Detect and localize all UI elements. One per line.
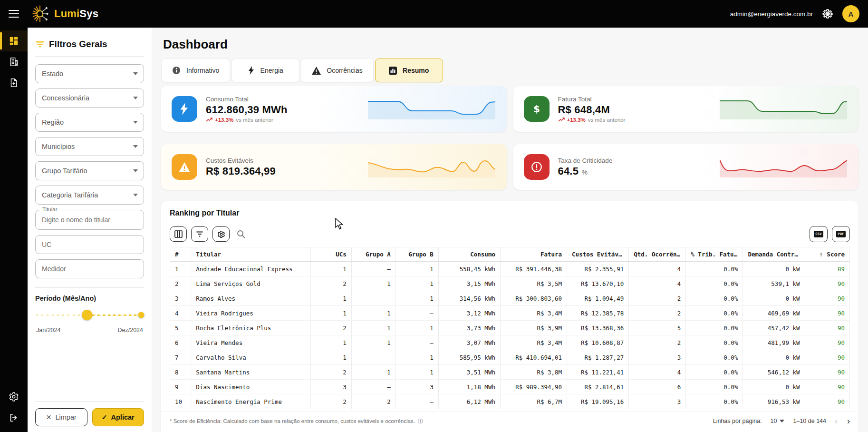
table-row[interactable]: 8Santana Martins2113,51 MWhR$ 3,8MR$ 11.…: [170, 365, 850, 380]
medidor-input[interactable]: [42, 265, 137, 273]
filter-lines-icon: [196, 231, 203, 237]
rows-per-page-label: Linhas por página:: [713, 418, 762, 424]
column-header[interactable]: Consumo: [438, 247, 500, 262]
table-cell: 1: [351, 335, 395, 350]
column-header[interactable]: Grupo B: [395, 247, 438, 262]
table-cell: R$ 1.094,49: [567, 291, 629, 306]
table-cell: 0.0%: [686, 276, 743, 291]
table-cell: 2: [170, 276, 191, 291]
table-row[interactable]: 1Andrade Educacional Express1–1558,45 kW…: [170, 262, 850, 276]
menu-icon[interactable]: [9, 10, 19, 18]
table-cell: 90: [805, 306, 849, 321]
table-cell: 3,12 MWh: [438, 306, 500, 321]
apply-button[interactable]: ✓ Aplicar: [92, 408, 145, 426]
bolt-icon: [248, 66, 255, 75]
column-header[interactable]: #: [170, 247, 191, 262]
search-icon[interactable]: [237, 230, 245, 238]
period-range-slider[interactable]: [36, 310, 142, 320]
column-header[interactable]: Qtd. Ocorrênci…: [629, 247, 686, 262]
table-cell: 558,45 kWh: [438, 262, 500, 276]
kpi-custos-evitaveis: Custos Evitáveis R$ 819.364,99: [161, 144, 507, 190]
column-header-score[interactable]: ↑Score: [805, 247, 849, 262]
rows-per-page-select[interactable]: 10: [771, 418, 785, 424]
clear-button[interactable]: ✕ Limpar: [35, 408, 87, 426]
next-page-button[interactable]: ›: [847, 417, 850, 425]
filter-button[interactable]: [191, 226, 208, 242]
sparkline-fatura: [720, 98, 847, 120]
select-grupo-tarifario[interactable]: Grupo Tarifário: [35, 161, 144, 180]
column-header[interactable]: Demanda Contratada: [743, 247, 805, 262]
logout-icon: [9, 412, 19, 423]
column-header[interactable]: Titular: [191, 247, 311, 262]
select-municipios[interactable]: Municípios: [35, 137, 144, 156]
table-cell: 1: [311, 291, 352, 306]
table-cell: 1: [351, 306, 395, 321]
tab-informativo[interactable]: Informativo: [161, 59, 230, 82]
column-header[interactable]: Fatura: [500, 247, 567, 262]
table-cell: 0.0%: [686, 394, 743, 409]
table-row[interactable]: 5Rocha Eletrônica Plus2113,73 MWhR$ 3,9M…: [170, 321, 850, 335]
check-icon: ✓: [102, 413, 107, 421]
sidebar-item-dashboard[interactable]: [0, 30, 28, 51]
table-cell: Lima Serviços Gold: [191, 276, 311, 291]
table-cell: R$ 3,4M: [500, 335, 567, 350]
titular-input[interactable]: [42, 216, 137, 224]
table-row[interactable]: 10Nascimento Energia Prime22–6,12 MWhR$ …: [170, 394, 850, 409]
table-row[interactable]: 4Vieira Rodrigues11–3,12 MWhR$ 3,4MR$ 12…: [170, 306, 850, 321]
kpi-consumo-total: Consumo Total 612.860,39 MWh +13.3%vs mê…: [161, 86, 507, 132]
table-row[interactable]: 2Lima Serviços Gold2113,15 MWhR$ 3,5MR$ …: [170, 276, 850, 291]
select-categoria-tarifaria[interactable]: Categoria Tarifária: [35, 186, 144, 205]
bar-chart-icon: [389, 67, 397, 75]
sidebar-item-companies[interactable]: [0, 51, 28, 72]
uc-field[interactable]: [35, 235, 144, 254]
columns-button[interactable]: [170, 226, 187, 242]
table-row[interactable]: 7Carvalho Silva1–1585,95 kWhR$ 410.694,0…: [170, 350, 850, 365]
table-cell: 3,51 MWh: [438, 365, 500, 380]
table-cell: 2: [311, 276, 352, 291]
tab-energia[interactable]: Energia: [231, 59, 299, 82]
sidebar-item-logout[interactable]: [0, 407, 28, 428]
table-row[interactable]: 9Dias Nascimento3–31,18 MWhR$ 989.394,90…: [170, 380, 850, 394]
prev-page-button[interactable]: ‹: [835, 417, 838, 425]
column-header[interactable]: Grupo A: [351, 247, 395, 262]
tab-resumo[interactable]: Resumo: [375, 59, 443, 82]
column-header[interactable]: Custos Evitáveis: [567, 247, 629, 262]
table-row[interactable]: 3Ramos Alves1–1314,56 kWhR$ 300.803,60R$…: [170, 291, 850, 306]
table-cell: 3: [170, 291, 191, 306]
ranking-card: Ranking por Titular CSV PDF: [161, 201, 858, 432]
column-header[interactable]: % Trib. Fatura: [686, 247, 743, 262]
column-header[interactable]: UCs: [311, 247, 352, 262]
close-icon: ✕: [46, 413, 52, 421]
info-icon[interactable]: ⓘ: [418, 418, 424, 425]
ranking-table: # Titular UCs Grupo A Grupo B Consumo Fa…: [170, 247, 850, 409]
sidebar-item-settings[interactable]: [0, 386, 28, 407]
settings-icon[interactable]: [821, 8, 834, 20]
select-estado[interactable]: Estado: [35, 64, 144, 83]
table-cell: 1: [311, 262, 352, 276]
sidebar-item-upload[interactable]: [0, 72, 28, 93]
table-settings-button[interactable]: [212, 226, 230, 242]
table-cell: 539,1 kW: [743, 276, 805, 291]
file-upload-icon: [9, 78, 19, 88]
titular-field[interactable]: Titular: [35, 210, 144, 230]
dashboard-icon: [9, 36, 19, 46]
table-cell: Rocha Eletrônica Plus: [191, 321, 311, 335]
uc-input[interactable]: [42, 241, 137, 248]
medidor-field[interactable]: [35, 259, 144, 278]
export-pdf-button[interactable]: PDF: [832, 226, 850, 242]
bolt-icon: [172, 96, 197, 122]
table-cell: Vieira Mendes: [191, 335, 311, 350]
avatar[interactable]: A: [842, 5, 859, 22]
table-cell: 5: [170, 321, 191, 335]
slider-thumb-end[interactable]: [138, 312, 144, 318]
slider-thumb-start[interactable]: [82, 310, 92, 320]
select-regiao[interactable]: Região: [35, 113, 144, 132]
select-concessionaria[interactable]: Concessionária: [35, 88, 144, 108]
table-row[interactable]: 6Vieira Mendes11–3,07 MWhR$ 3,4MR$ 10.60…: [170, 335, 850, 350]
table-cell: –: [395, 335, 438, 350]
sort-asc-icon[interactable]: ↑: [820, 251, 823, 258]
table-cell: 0.0%: [686, 380, 743, 394]
period-label: Período (Mês/Ano): [35, 295, 144, 302]
tab-ocorrencias[interactable]: Ocorrências: [301, 59, 373, 82]
export-csv-button[interactable]: CSV: [810, 226, 828, 242]
